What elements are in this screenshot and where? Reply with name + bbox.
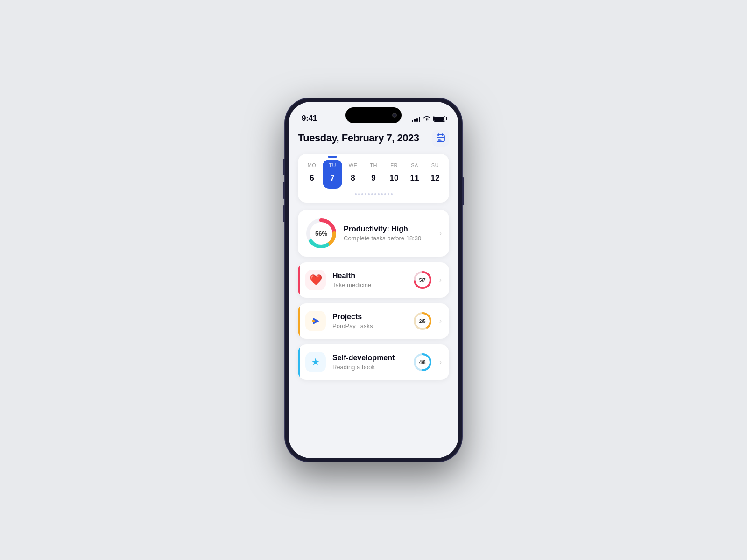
phone-screen: 9:41 [289,102,458,458]
dynamic-island [345,107,402,123]
health-icon: ❤️ [305,270,326,290]
task-accent-bar [298,344,300,380]
self-development-subtitle: Reading a book [332,364,406,371]
task-card-self-development[interactable]: ★Self-developmentReading a book 4/8 › [298,344,449,380]
status-time: 9:41 [302,114,317,123]
day-number: 12 [428,171,443,186]
productivity-title: Productivity: High [344,225,433,233]
health-progress-circle: 5/7 [412,270,433,290]
projects-info: ProjectsPoroPay Tasks [332,313,406,329]
day-number: 10 [387,171,402,186]
chevron-right-icon: › [439,317,442,325]
page-title: Tuesday, February 7, 2023 [298,132,419,144]
productivity-subtitle: Complete tasks before 18:30 [344,235,433,242]
productivity-card[interactable]: 56% Productivity: High Complete tasks be… [298,210,449,257]
calendar-day-9[interactable]: TH9 [364,160,383,189]
day-label: TH [370,162,377,168]
day-number: 9 [366,171,381,186]
health-subtitle: Take medicine [332,281,406,288]
calendar-button[interactable] [432,130,449,147]
day-label: FR [390,162,398,168]
self-development-progress-label: 4/8 [419,360,426,365]
health-title: Health [332,272,406,280]
front-camera [392,113,397,118]
screen-content: Tuesday, February 7, 2023 MO6TU7WE8TH9FR… [289,128,458,458]
projects-title: Projects [332,313,406,321]
projects-icon [305,311,326,331]
chevron-right-icon: › [439,358,442,366]
health-progress-label: 5/7 [419,278,426,283]
self-development-progress-circle: 4/8 [412,352,433,372]
chevron-right-icon: › [439,229,442,238]
calendar-day-10[interactable]: FR10 [384,160,404,189]
calendar-dots [302,193,445,195]
calendar-day-8[interactable]: WE8 [343,160,363,189]
day-strip: MO6TU7WE8TH9FR10SA11SU12 [302,160,445,189]
task-list: ❤️HealthTake medicine 5/7 › ProjectsPoro… [298,262,449,380]
task-accent-bar [298,303,300,339]
productivity-percent: 56% [315,230,327,237]
self-development-title: Self-development [332,354,406,362]
header: Tuesday, February 7, 2023 [298,128,449,147]
day-label: SU [431,162,439,168]
day-number: 6 [304,171,319,186]
svg-point-8 [312,320,315,322]
calendar-strip: MO6TU7WE8TH9FR10SA11SU12 [298,154,449,203]
play-icon [311,316,320,326]
task-card-projects[interactable]: ProjectsPoroPay Tasks 2/5 › [298,303,449,339]
productivity-chart: 56% [305,217,337,249]
status-icons [412,115,445,122]
star-icon: ★ [311,356,320,368]
productivity-info: Productivity: High Complete tasks before… [344,225,433,242]
day-label: SA [411,162,418,168]
projects-progress-circle: 2/5 [412,311,433,331]
wifi-icon [423,116,430,121]
day-label: MO [308,162,317,168]
task-accent-bar [298,262,300,298]
self-development-icon: ★ [305,352,326,372]
task-card-health[interactable]: ❤️HealthTake medicine 5/7 › [298,262,449,298]
projects-subtitle: PoroPay Tasks [332,322,406,329]
day-number: 7 [325,171,340,186]
day-number: 8 [345,171,360,186]
self-development-info: Self-developmentReading a book [332,354,406,371]
projects-progress-label: 2/5 [419,319,426,324]
day-number: 11 [407,171,422,186]
calendar-day-6[interactable]: MO6 [302,160,322,189]
signal-icon [412,115,420,122]
calendar-icon [436,133,445,143]
health-info: HealthTake medicine [332,272,406,288]
day-label: TU [329,162,336,168]
battery-icon [433,116,445,122]
chevron-right-icon: › [439,276,442,284]
phone-frame: 9:41 [285,98,462,462]
calendar-day-12[interactable]: SU12 [425,160,445,189]
day-label: WE [349,162,358,168]
calendar-day-11[interactable]: SA11 [405,160,424,189]
calendar-day-7[interactable]: TU7 [323,160,342,189]
